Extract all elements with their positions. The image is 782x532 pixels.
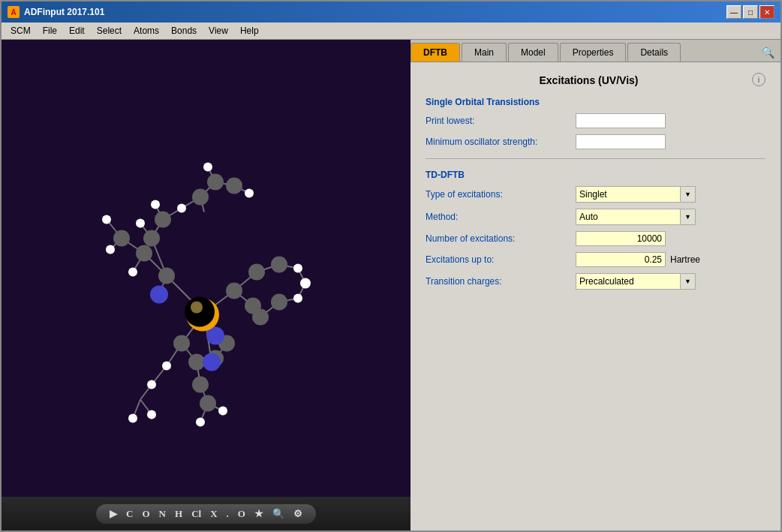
tab-main[interactable]: Main <box>462 43 507 62</box>
group-title-td-dftb: TD-DFTB <box>426 170 765 180</box>
right-panel: DFTB Main Model Properties Details 🔍 i E… <box>411 40 780 530</box>
svg-point-48 <box>203 163 212 172</box>
svg-point-80 <box>203 353 221 371</box>
menu-item-scm[interactable]: SCM <box>5 24 37 38</box>
close-button[interactable]: ✕ <box>759 5 774 19</box>
svg-point-65 <box>226 178 242 194</box>
label-excitations-up-to: Excitations up to: <box>426 254 576 265</box>
main-content: ▶ C O N H Cl X . O ★ 🔍 ⚙ DFTB <box>2 40 780 530</box>
tab-dftb[interactable]: DFTB <box>411 43 460 62</box>
svg-point-74 <box>188 354 205 371</box>
select-transition-charges[interactable]: Precalculated Calculate None <box>576 273 681 290</box>
field-row-transition-charges: Transition charges: Precalculated Calcul… <box>426 273 765 290</box>
svg-point-72 <box>245 298 261 314</box>
title-bar: A ADFinput 2017.101 — □ ✕ <box>2 2 780 23</box>
svg-point-45 <box>136 219 145 228</box>
menu-bar: SCM File Edit Select Atoms Bonds View He… <box>2 23 780 40</box>
svg-point-62 <box>155 212 171 228</box>
field-row-excitations-up-to: Excitations up to: Hartree <box>426 252 765 267</box>
toolbar-n-btn[interactable]: N <box>158 508 167 520</box>
dropdown-arrow-type-excitations[interactable]: ▼ <box>681 186 696 203</box>
menu-item-help[interactable]: Help <box>234 24 265 38</box>
toolbar-o-btn[interactable]: O <box>140 508 151 520</box>
menu-item-atoms[interactable]: Atoms <box>128 24 165 38</box>
svg-point-54 <box>128 414 137 423</box>
window-controls: — □ ✕ <box>726 5 774 19</box>
tab-details[interactable]: Details <box>627 43 681 62</box>
molecule-area <box>2 40 411 497</box>
maximize-button[interactable]: □ <box>743 5 758 19</box>
svg-point-51 <box>293 264 302 273</box>
menu-item-select[interactable]: Select <box>91 24 128 38</box>
dropdown-wrapper-method: Auto Casida Davidson ▼ <box>576 209 696 225</box>
label-method: Method: <box>426 212 576 222</box>
menu-item-edit[interactable]: Edit <box>63 24 91 38</box>
window-title: ADFinput 2017.101 <box>24 7 104 17</box>
label-min-oscillator: Minimum oscillator strength: <box>426 137 576 147</box>
bottom-toolbar-inner: ▶ C O N H Cl X . O ★ 🔍 ⚙ <box>96 504 316 524</box>
toolbar-cl-btn[interactable]: Cl <box>190 508 203 520</box>
title-bar-left: A ADFinput 2017.101 <box>8 6 104 18</box>
svg-point-47 <box>177 204 186 213</box>
toolbar-gear-btn[interactable]: ⚙ <box>292 508 304 520</box>
field-row-type-excitations: Type of excitations: Singlet Triplet Bot… <box>426 186 765 203</box>
select-type-excitations[interactable]: Singlet Triplet Both <box>576 186 681 203</box>
toolbar-star-btn[interactable]: ★ <box>253 508 265 520</box>
svg-point-49 <box>245 189 254 198</box>
svg-point-57 <box>218 407 227 416</box>
toolbar-o2-btn[interactable]: O <box>236 508 247 520</box>
toolbar-h-btn[interactable]: H <box>173 508 184 520</box>
viewport: ▶ C O N H Cl X . O ★ 🔍 ⚙ <box>2 40 411 530</box>
input-print-lowest[interactable] <box>576 113 666 128</box>
tab-model[interactable]: Model <box>508 43 558 62</box>
toolbar-c-btn[interactable]: C <box>125 508 134 520</box>
unit-hartree: Hartree <box>670 254 700 265</box>
toolbar-x-btn[interactable]: X <box>209 508 218 520</box>
field-row-num-excitations: Number of excitations: <box>426 231 765 246</box>
svg-point-52 <box>293 294 302 303</box>
svg-point-44 <box>128 268 137 277</box>
svg-point-70 <box>271 294 287 311</box>
toolbar-search-btn[interactable]: 🔍 <box>271 508 286 520</box>
menu-item-view[interactable]: View <box>203 24 234 38</box>
select-method[interactable]: Auto Casida Davidson <box>576 209 681 225</box>
svg-point-69 <box>271 257 287 273</box>
group-title-single-orbital: Single Orbital Transistions <box>426 97 765 107</box>
divider <box>426 158 765 159</box>
app-icon: A <box>8 6 20 18</box>
tab-properties[interactable]: Properties <box>560 43 627 62</box>
dropdown-wrapper-type-excitations: Singlet Triplet Both ▼ <box>576 186 696 203</box>
panel-title: Excitations (UV/Vis) <box>426 74 765 86</box>
dropdown-arrow-method[interactable]: ▼ <box>681 209 696 225</box>
svg-point-42 <box>102 215 111 224</box>
search-icon[interactable]: 🔍 <box>756 44 780 62</box>
input-min-oscillator[interactable] <box>576 134 666 149</box>
toolbar-dot-btn[interactable]: . <box>225 508 230 520</box>
minimize-button[interactable]: — <box>726 5 741 19</box>
svg-point-79 <box>150 286 168 304</box>
dropdown-arrow-transition-charges[interactable]: ▼ <box>681 273 696 290</box>
tabs-bar: DFTB Main Model Properties Details 🔍 <box>411 40 780 62</box>
svg-point-73 <box>173 335 190 352</box>
svg-point-55 <box>147 410 156 419</box>
svg-point-64 <box>207 174 224 191</box>
menu-item-bonds[interactable]: Bonds <box>165 24 203 38</box>
field-row-min-oscillator: Minimum oscillator strength: <box>426 134 765 149</box>
svg-point-67 <box>226 283 242 299</box>
field-row-print-lowest: Print lowest: <box>426 113 765 128</box>
svg-rect-0 <box>2 51 411 486</box>
toolbar-play-btn[interactable]: ▶ <box>108 508 119 520</box>
svg-point-53 <box>147 380 156 389</box>
input-num-excitations[interactable] <box>576 231 666 246</box>
label-type-excitations: Type of excitations: <box>426 189 576 200</box>
bottom-toolbar: ▶ C O N H Cl X . O ★ 🔍 ⚙ <box>2 497 411 530</box>
svg-point-83 <box>191 302 203 314</box>
svg-point-63 <box>192 189 209 206</box>
svg-point-61 <box>143 230 160 247</box>
field-row-method: Method: Auto Casida Davidson ▼ <box>426 209 765 225</box>
menu-item-file[interactable]: File <box>37 24 63 38</box>
svg-point-68 <box>248 264 265 281</box>
info-icon[interactable]: i <box>752 73 765 86</box>
svg-point-46 <box>151 200 160 209</box>
input-excitations-up-to[interactable] <box>576 252 666 267</box>
